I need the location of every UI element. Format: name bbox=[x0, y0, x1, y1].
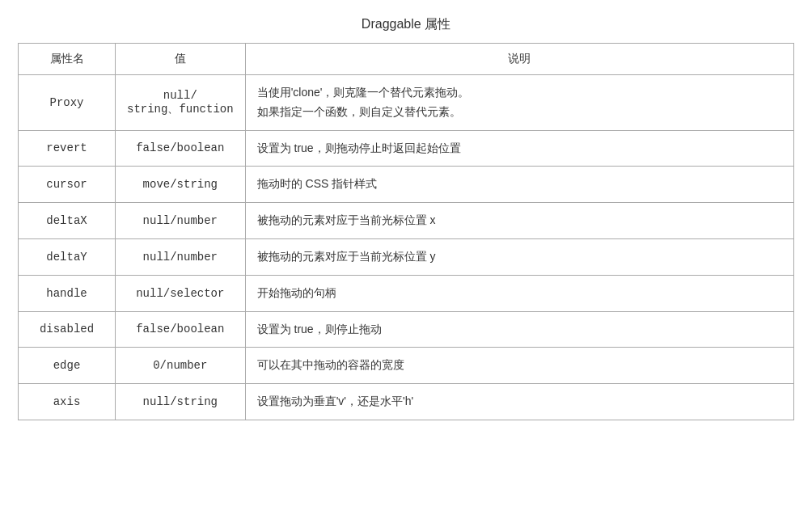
cell-value: null/selector bbox=[116, 275, 246, 311]
cell-desc: 开始拖动的句柄 bbox=[245, 275, 793, 311]
table-row: deltaYnull/number被拖动的元素对应于当前光标位置 y bbox=[19, 238, 794, 275]
cell-value: false/boolean bbox=[116, 311, 246, 348]
header-desc: 说明 bbox=[245, 44, 793, 75]
cell-name: edge bbox=[19, 348, 116, 384]
table-row: revertfalse/boolean设置为 true，则拖动停止时返回起始位置 bbox=[19, 130, 794, 167]
table-row: deltaXnull/number被拖动的元素对应于当前光标位置 x bbox=[19, 203, 794, 239]
header-value: 值 bbox=[116, 44, 246, 75]
cell-desc: 设置拖动为垂直'v'，还是水平'h' bbox=[245, 384, 793, 420]
table-header-row: 属性名 值 说明 bbox=[19, 44, 794, 75]
cell-desc: 被拖动的元素对应于当前光标位置 x bbox=[245, 203, 793, 239]
cell-value: false/boolean bbox=[116, 130, 246, 167]
table-row: cursormove/string拖动时的 CSS 指针样式 bbox=[19, 167, 794, 203]
cell-name: deltaY bbox=[19, 238, 116, 275]
cell-desc: 拖动时的 CSS 指针样式 bbox=[245, 167, 793, 203]
cell-value: null/string bbox=[116, 384, 246, 420]
cell-name: disabled bbox=[19, 311, 116, 348]
cell-name: revert bbox=[19, 130, 116, 167]
table-row: disabledfalse/boolean设置为 true，则停止拖动 bbox=[19, 311, 794, 348]
cell-desc: 设置为 true，则停止拖动 bbox=[245, 311, 793, 348]
cell-desc: 被拖动的元素对应于当前光标位置 y bbox=[245, 238, 793, 275]
cell-name: handle bbox=[19, 275, 116, 311]
table-title: Draggable 属性 bbox=[18, 16, 794, 33]
cell-value: null/string、function bbox=[116, 75, 246, 131]
page-container: Draggable 属性 属性名 值 说明 Proxynull/string、f… bbox=[18, 16, 794, 420]
cell-value: null/number bbox=[116, 238, 246, 275]
cell-name: Proxy bbox=[19, 75, 116, 131]
table-row: edge0/number可以在其中拖动的容器的宽度 bbox=[19, 348, 794, 384]
cell-name: cursor bbox=[19, 167, 116, 203]
cell-name: axis bbox=[19, 384, 116, 420]
header-name: 属性名 bbox=[19, 44, 116, 75]
table-row: Proxynull/string、function当使用'clone'，则克隆一… bbox=[19, 75, 794, 131]
cell-value: move/string bbox=[116, 167, 246, 203]
data-table: 属性名 值 说明 Proxynull/string、function当使用'cl… bbox=[18, 43, 794, 420]
table-row: handlenull/selector开始拖动的句柄 bbox=[19, 275, 794, 311]
cell-name: deltaX bbox=[19, 203, 116, 239]
table-row: axisnull/string设置拖动为垂直'v'，还是水平'h' bbox=[19, 384, 794, 420]
cell-desc: 当使用'clone'，则克隆一个替代元素拖动。如果指定一个函数，则自定义替代元素… bbox=[245, 75, 793, 131]
cell-desc: 设置为 true，则拖动停止时返回起始位置 bbox=[245, 130, 793, 167]
cell-desc: 可以在其中拖动的容器的宽度 bbox=[245, 348, 793, 384]
cell-value: null/number bbox=[116, 203, 246, 239]
cell-value: 0/number bbox=[116, 348, 246, 384]
